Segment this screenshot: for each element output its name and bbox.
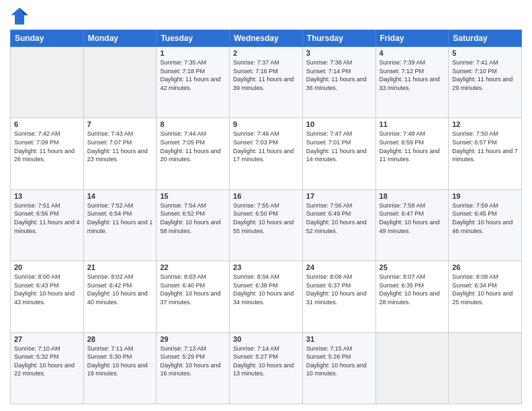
weekday-header: Tuesday (157, 30, 230, 47)
day-number: 27 (14, 335, 80, 343)
day-number: 26 (452, 263, 518, 271)
calendar-day-cell: 27Sunrise: 7:10 AMSunset: 5:32 PMDayligh… (11, 332, 84, 404)
day-number: 28 (87, 335, 153, 343)
calendar-day-cell (83, 47, 157, 118)
calendar-day-cell: 13Sunrise: 7:51 AMSunset: 6:56 PMDayligh… (11, 189, 84, 261)
day-number: 21 (87, 263, 153, 271)
calendar-week-row: 27Sunrise: 7:10 AMSunset: 5:32 PMDayligh… (11, 332, 522, 404)
calendar-day-cell: 11Sunrise: 7:48 AMSunset: 6:59 PMDayligh… (375, 118, 449, 189)
weekday-header: Sunday (11, 30, 84, 47)
day-info: Sunrise: 7:39 AMSunset: 7:12 PMDaylight:… (380, 58, 445, 92)
day-info: Sunrise: 7:14 AMSunset: 5:27 PMDaylight:… (233, 345, 299, 378)
day-info: Sunrise: 8:08 AMSunset: 6:34 PMDaylight:… (452, 273, 518, 306)
day-number: 17 (306, 192, 372, 200)
calendar-week-row: 13Sunrise: 7:51 AMSunset: 6:56 PMDayligh… (11, 189, 522, 261)
day-number: 9 (233, 120, 299, 128)
calendar-day-cell: 3Sunrise: 7:38 AMSunset: 7:14 PMDaylight… (302, 47, 375, 118)
calendar-day-cell: 17Sunrise: 7:56 AMSunset: 6:49 PMDayligh… (302, 189, 375, 261)
day-number: 20 (14, 263, 80, 271)
weekday-header: Friday (375, 30, 449, 47)
day-number: 12 (452, 120, 518, 128)
page: SundayMondayTuesdayWednesdayThursdayFrid… (0, 0, 532, 411)
day-info: Sunrise: 7:55 AMSunset: 6:50 PMDaylight:… (233, 201, 299, 235)
calendar-day-cell: 14Sunrise: 7:52 AMSunset: 6:54 PMDayligh… (83, 189, 157, 261)
day-number: 1 (160, 49, 226, 57)
day-number: 19 (452, 192, 518, 200)
day-number: 29 (160, 335, 226, 343)
day-info: Sunrise: 7:11 AMSunset: 5:30 PMDaylight:… (87, 345, 153, 378)
calendar-day-cell: 10Sunrise: 7:47 AMSunset: 7:01 PMDayligh… (302, 118, 375, 189)
weekday-header: Wednesday (230, 30, 303, 47)
day-number: 5 (452, 49, 518, 57)
day-info: Sunrise: 8:04 AMSunset: 6:38 PMDaylight:… (233, 273, 299, 306)
calendar-day-cell: 15Sunrise: 7:54 AMSunset: 6:52 PMDayligh… (157, 189, 230, 261)
calendar-day-cell: 9Sunrise: 7:46 AMSunset: 7:03 PMDaylight… (230, 118, 303, 189)
calendar-week-row: 20Sunrise: 8:00 AMSunset: 6:43 PMDayligh… (11, 261, 522, 332)
calendar-day-cell: 19Sunrise: 7:59 AMSunset: 6:45 PMDayligh… (449, 189, 522, 261)
day-number: 15 (160, 192, 226, 200)
day-info: Sunrise: 7:54 AMSunset: 6:52 PMDaylight:… (160, 201, 226, 235)
day-info: Sunrise: 7:50 AMSunset: 6:57 PMDaylight:… (452, 130, 518, 163)
day-info: Sunrise: 7:10 AMSunset: 5:32 PMDaylight:… (14, 345, 80, 378)
calendar-day-cell: 18Sunrise: 7:58 AMSunset: 6:47 PMDayligh… (375, 189, 449, 261)
day-number: 23 (233, 263, 299, 271)
day-number: 11 (380, 120, 445, 128)
day-info: Sunrise: 7:56 AMSunset: 6:49 PMDaylight:… (306, 201, 372, 235)
header (10, 7, 522, 26)
weekday-header: Monday (83, 30, 157, 47)
day-info: Sunrise: 7:35 AMSunset: 7:18 PMDaylight:… (160, 58, 226, 92)
day-info: Sunrise: 7:43 AMSunset: 7:07 PMDaylight:… (87, 130, 153, 163)
day-info: Sunrise: 7:58 AMSunset: 6:47 PMDaylight:… (380, 201, 445, 235)
calendar-day-cell: 12Sunrise: 7:50 AMSunset: 6:57 PMDayligh… (449, 118, 522, 189)
day-info: Sunrise: 8:03 AMSunset: 6:40 PMDaylight:… (160, 273, 226, 306)
day-number: 31 (306, 335, 372, 343)
calendar-table: SundayMondayTuesdayWednesdayThursdayFrid… (10, 30, 522, 404)
day-number: 7 (87, 120, 153, 128)
calendar-day-cell: 29Sunrise: 7:13 AMSunset: 5:29 PMDayligh… (157, 332, 230, 404)
calendar-day-cell: 26Sunrise: 8:08 AMSunset: 6:34 PMDayligh… (449, 261, 522, 332)
logo-icon (10, 7, 29, 26)
calendar-day-cell: 31Sunrise: 7:15 AMSunset: 5:26 PMDayligh… (302, 332, 375, 404)
calendar-day-cell: 7Sunrise: 7:43 AMSunset: 7:07 PMDaylight… (83, 118, 157, 189)
calendar-day-cell: 1Sunrise: 7:35 AMSunset: 7:18 PMDaylight… (157, 47, 230, 118)
day-number: 4 (380, 49, 445, 57)
calendar-day-cell: 25Sunrise: 8:07 AMSunset: 6:35 PMDayligh… (375, 261, 449, 332)
calendar-day-cell: 2Sunrise: 7:37 AMSunset: 7:16 PMDaylight… (230, 47, 303, 118)
day-number: 16 (233, 192, 299, 200)
day-info: Sunrise: 7:52 AMSunset: 6:54 PMDaylight:… (87, 201, 153, 235)
day-info: Sunrise: 7:44 AMSunset: 7:05 PMDaylight:… (160, 130, 226, 163)
day-info: Sunrise: 8:02 AMSunset: 6:42 PMDaylight:… (87, 273, 153, 306)
calendar-day-cell (375, 332, 449, 404)
svg-marker-0 (11, 7, 28, 24)
calendar-day-cell: 6Sunrise: 7:42 AMSunset: 7:09 PMDaylight… (11, 118, 84, 189)
day-info: Sunrise: 7:42 AMSunset: 7:09 PMDaylight:… (14, 130, 80, 163)
day-info: Sunrise: 7:48 AMSunset: 6:59 PMDaylight:… (380, 130, 445, 163)
calendar-day-cell: 16Sunrise: 7:55 AMSunset: 6:50 PMDayligh… (230, 189, 303, 261)
day-info: Sunrise: 7:47 AMSunset: 7:01 PMDaylight:… (306, 130, 372, 163)
day-number: 18 (380, 192, 445, 200)
calendar-day-cell: 24Sunrise: 8:06 AMSunset: 6:37 PMDayligh… (302, 261, 375, 332)
day-number: 22 (160, 263, 226, 271)
day-number: 24 (306, 263, 372, 271)
calendar-day-cell: 8Sunrise: 7:44 AMSunset: 7:05 PMDaylight… (157, 118, 230, 189)
day-info: Sunrise: 7:51 AMSunset: 6:56 PMDaylight:… (14, 201, 80, 235)
day-info: Sunrise: 7:13 AMSunset: 5:29 PMDaylight:… (160, 345, 226, 378)
day-info: Sunrise: 7:46 AMSunset: 7:03 PMDaylight:… (233, 130, 299, 163)
day-info: Sunrise: 7:38 AMSunset: 7:14 PMDaylight:… (306, 58, 372, 92)
calendar-day-cell (11, 47, 84, 118)
calendar-day-cell: 28Sunrise: 7:11 AMSunset: 5:30 PMDayligh… (83, 332, 157, 404)
day-info: Sunrise: 7:15 AMSunset: 5:26 PMDaylight:… (306, 345, 372, 378)
day-info: Sunrise: 8:06 AMSunset: 6:37 PMDaylight:… (306, 273, 372, 306)
calendar-week-row: 1Sunrise: 7:35 AMSunset: 7:18 PMDaylight… (11, 47, 522, 118)
day-number: 13 (14, 192, 80, 200)
day-info: Sunrise: 8:00 AMSunset: 6:43 PMDaylight:… (14, 273, 80, 306)
day-number: 10 (306, 120, 372, 128)
weekday-header: Thursday (302, 30, 375, 47)
day-info: Sunrise: 7:59 AMSunset: 6:45 PMDaylight:… (452, 201, 518, 235)
day-number: 2 (233, 49, 299, 57)
calendar-day-cell: 4Sunrise: 7:39 AMSunset: 7:12 PMDaylight… (375, 47, 449, 118)
weekday-header: Saturday (449, 30, 522, 47)
day-number: 6 (14, 120, 80, 128)
calendar-day-cell: 30Sunrise: 7:14 AMSunset: 5:27 PMDayligh… (230, 332, 303, 404)
calendar-header-row: SundayMondayTuesdayWednesdayThursdayFrid… (11, 30, 522, 47)
